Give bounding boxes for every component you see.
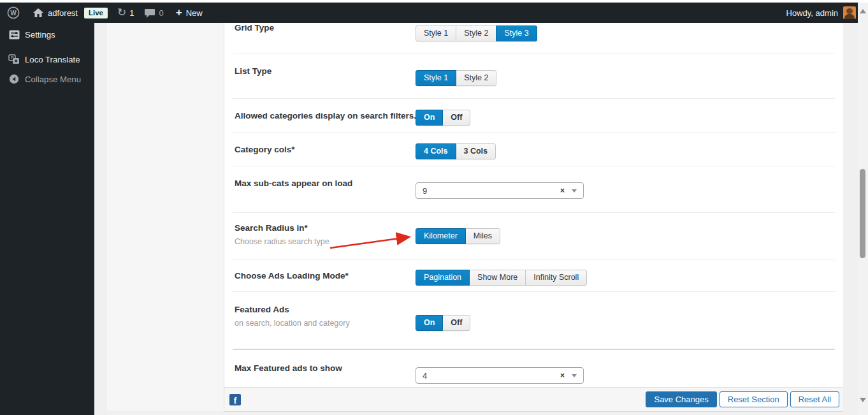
dropdown-caret-icon	[572, 374, 577, 380]
setting-label: Max sub-cats appear on load	[235, 178, 352, 188]
row-divider	[233, 259, 835, 260]
environment-badge[interactable]: Live	[84, 8, 108, 18]
scroll-thumb[interactable]	[860, 169, 865, 258]
buttonset-option[interactable]: Infinity Scroll	[525, 270, 587, 286]
buttonset-option[interactable]: Off	[442, 110, 470, 126]
buttonset-option[interactable]: Off	[442, 315, 470, 331]
buttonset-option-selected[interactable]: On	[416, 315, 443, 331]
settings-panel: Grid TypeStyle 1Style 2Style 3List TypeS…	[224, 23, 843, 412]
annotation-arrow-icon	[326, 229, 422, 255]
buttonset: 4 Cols3 Cols	[416, 143, 496, 159]
wp-sidebar: Settings P ★ Loco Translate Collapse Men	[0, 23, 94, 415]
comments-count[interactable]: 0	[159, 8, 163, 18]
save-changes-button[interactable]: Save Changes	[646, 391, 716, 407]
buttonset: KilometerMiles	[416, 228, 500, 244]
row-divider	[233, 98, 835, 99]
buttonset: Style 1Style 2Style 3	[416, 25, 537, 41]
sidebar-item-label: Collapse Menu	[25, 75, 81, 84]
browser-scrollbar[interactable]	[858, 3, 868, 415]
buttonset-option[interactable]: Show More	[469, 270, 526, 286]
row-divider	[233, 166, 835, 166]
sidebar-item-label: Settings	[25, 30, 55, 40]
select-value: 9	[423, 186, 427, 196]
clear-icon[interactable]: ×	[560, 186, 565, 195]
svg-text:★: ★	[13, 58, 18, 64]
sidebar-item-label: Loco Translate	[25, 55, 80, 64]
buttonset-option[interactable]: 3 Cols	[456, 143, 496, 159]
setting-label: Allowed categories display on search fil…	[235, 111, 416, 120]
buttonset: OnOff	[416, 315, 470, 331]
setting-label: List Type	[235, 66, 271, 76]
buttonset: PaginationShow MoreInfinity Scroll	[416, 270, 587, 286]
setting-label: Category cols*	[235, 145, 295, 154]
facebook-icon[interactable]: f	[229, 394, 241, 405]
buttonset-option-selected[interactable]: 4 Cols	[416, 143, 456, 159]
select-dropdown[interactable]: 9×	[416, 182, 584, 199]
comments-icon[interactable]	[145, 8, 155, 18]
setting-description: Choose radius search type	[235, 237, 329, 246]
sidebar-item-settings[interactable]: Settings	[0, 26, 94, 43]
row-divider	[233, 132, 835, 133]
buttonset-option[interactable]: Style 2	[456, 70, 496, 86]
setting-label: Search Radius in*	[235, 223, 308, 233]
row-divider	[233, 54, 835, 54]
clear-icon[interactable]: ×	[560, 371, 565, 380]
screen: W adforest Live ↻ 1 0 + New Howdy, admin	[0, 0, 868, 415]
wordpress-logo-icon[interactable]: W	[7, 6, 20, 19]
panel-footer: f Save Changes Reset Section Reset All	[224, 387, 843, 411]
avatar[interactable]	[843, 6, 856, 19]
updates-count[interactable]: 1	[129, 8, 134, 18]
svg-text:W: W	[10, 10, 17, 17]
buttonset-option-selected[interactable]: Style 3	[496, 25, 537, 41]
select-dropdown[interactable]: 4×	[416, 367, 584, 384]
content-area: Grid TypeStyle 1Style 2Style 3List TypeS…	[94, 23, 858, 415]
setting-label: Choose Ads Loading Mode*	[235, 271, 349, 280]
section-divider	[233, 349, 835, 350]
select-value: 4	[423, 371, 427, 381]
buttonset: Style 1Style 2	[416, 70, 496, 86]
row-divider	[233, 291, 835, 292]
reset-all-button[interactable]: Reset All	[790, 391, 839, 407]
scroll-down-arrow-icon[interactable]	[860, 398, 866, 402]
buttonset-option-selected[interactable]: Style 1	[416, 70, 456, 86]
home-icon[interactable]	[33, 8, 43, 18]
buttonset: OnOff	[416, 110, 470, 126]
collapse-menu-icon	[8, 74, 20, 84]
setting-description: on search, location and category	[235, 319, 350, 328]
settings-icon	[8, 30, 20, 40]
reset-section-button[interactable]: Reset Section	[720, 391, 788, 407]
buttonset-option-selected[interactable]: Pagination	[416, 270, 470, 286]
browser-top-strip	[0, 0, 868, 3]
howdy-account-link[interactable]: Howdy, admin	[786, 8, 838, 18]
buttonset-option-selected[interactable]: Kilometer	[416, 228, 466, 244]
dropdown-caret-icon	[572, 189, 577, 195]
row-divider	[233, 212, 835, 213]
options-sections-column	[107, 23, 224, 411]
new-content-plus-icon[interactable]: +	[176, 8, 182, 17]
scroll-up-arrow-icon[interactable]	[860, 9, 866, 13]
sidebar-item-collapse-menu[interactable]: Collapse Menu	[0, 71, 94, 87]
setting-label: Featured Ads	[235, 305, 289, 314]
buttonset-option[interactable]: Miles	[465, 228, 500, 244]
updates-icon[interactable]: ↻	[117, 8, 126, 18]
new-content-link[interactable]: New	[186, 8, 203, 18]
setting-label: Max Featured ads to show	[235, 363, 342, 373]
buttonset-option-selected[interactable]: On	[416, 110, 443, 126]
setting-label: Grid Type	[235, 23, 274, 33]
site-name-link[interactable]: adforest	[48, 8, 78, 18]
sidebar-item-loco-translate[interactable]: P ★ Loco Translate	[0, 51, 94, 68]
loco-translate-icon: P ★	[8, 54, 20, 64]
admin-bar: W adforest Live ↻ 1 0 + New Howdy, admin	[0, 3, 858, 23]
buttonset-option[interactable]: Style 1	[416, 25, 456, 41]
buttonset-option[interactable]: Style 2	[456, 25, 496, 41]
